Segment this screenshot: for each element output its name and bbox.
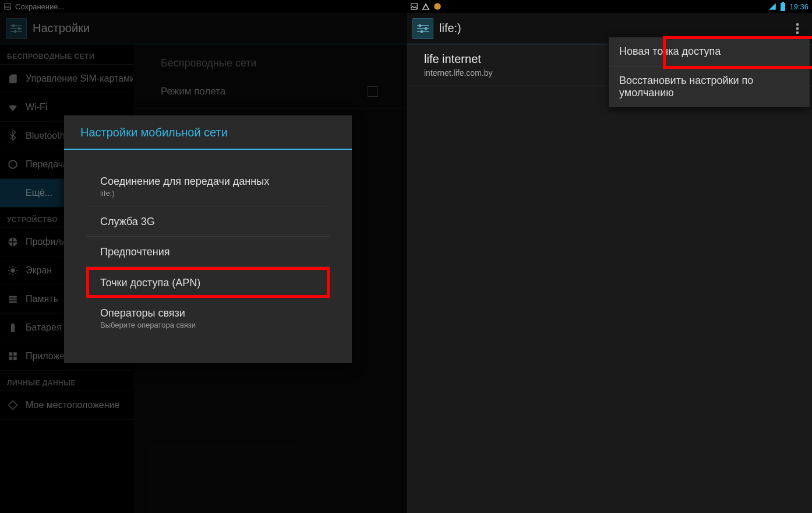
svg-point-25	[419, 24, 422, 27]
svg-point-21	[434, 3, 441, 10]
dialog-item-preferences[interactable]: Предпочтения	[86, 237, 330, 267]
svg-rect-20	[411, 3, 418, 10]
mobile-network-dialog: Настройки мобильной сети Соединение для …	[64, 115, 352, 363]
right-body: life internet internet.life.com.by Новая…	[407, 44, 812, 513]
warning-icon	[422, 2, 430, 10]
download-icon	[433, 2, 442, 10]
overflow-menu-button[interactable]	[789, 23, 806, 34]
dialog-item-apn[interactable]: Точки доступа (APN)	[86, 267, 330, 298]
dialog-item-secondary: Выберите оператора связи	[100, 321, 316, 329]
right-pane: 19:36 life:) life internet internet.life…	[406, 0, 812, 513]
dialog-list: Соединение для передачи данных life:) Сл…	[64, 150, 352, 363]
popup-label: Новая точка доступа	[619, 45, 721, 57]
dialog-item-data-connection[interactable]: Соединение для передачи данных life:)	[86, 166, 330, 206]
status-bar-right: 19:36	[407, 0, 812, 13]
dialog-item-primary: Соединение для передачи данных	[100, 175, 316, 188]
status-time: 19:36	[789, 2, 809, 11]
overflow-popup: Новая точка доступа Восстановить настрой…	[609, 37, 810, 107]
svg-point-29	[421, 30, 423, 33]
dialog-item-3g[interactable]: Служба 3G	[86, 206, 330, 237]
action-title-right: life:)	[439, 22, 461, 35]
dialog-item-primary: Служба 3G	[100, 216, 316, 228]
image-icon	[410, 2, 418, 10]
popup-item-new-apn[interactable]: Новая точка доступа	[609, 37, 810, 66]
dialog-item-primary: Предпочтения	[100, 246, 316, 258]
dialog-item-primary: Операторы связи	[100, 307, 316, 319]
signal-icon	[768, 2, 776, 10]
svg-point-27	[425, 27, 428, 30]
dialog-item-primary: Точки доступа (APN)	[100, 277, 316, 289]
dialog-item-secondary: life:)	[100, 189, 316, 198]
svg-rect-23	[782, 2, 784, 3]
popup-item-reset-defaults[interactable]: Восстановить настройки по умолчанию	[609, 66, 810, 107]
svg-rect-22	[781, 3, 785, 11]
popup-label: Восстановить настройки по умолчанию	[619, 75, 753, 99]
battery-status-icon	[779, 2, 787, 10]
left-pane: Сохранение... Настройки БЕСПРОВОДНЫЕ СЕТ…	[0, 0, 406, 513]
settings-app-icon	[412, 18, 433, 39]
dialog-title: Настройки мобильной сети	[64, 115, 352, 150]
dialog-item-operators[interactable]: Операторы связи Выберите оператора связи	[86, 298, 330, 338]
